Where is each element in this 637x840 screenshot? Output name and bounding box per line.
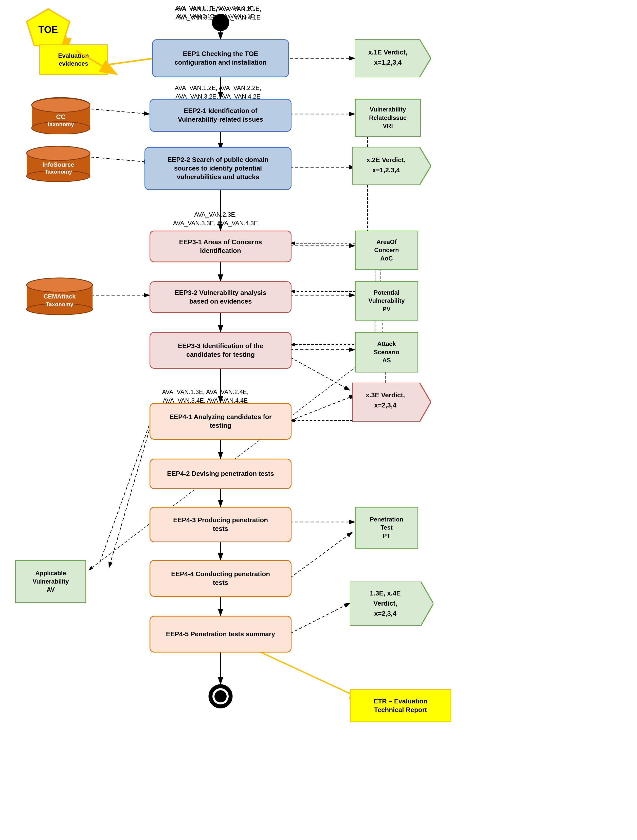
svg-line-31 <box>259 651 362 699</box>
arrows-overlay <box>0 0 637 840</box>
as-box: AttackScenarioAS <box>355 332 418 373</box>
ava-label-3: AVA_VAN.2.3E,AVA_VAN.3.3E, AVA_VAN.4.3E <box>124 210 307 227</box>
svg-marker-47 <box>355 39 431 77</box>
etr-box: ETR – EvaluationTechnical Report <box>350 689 451 722</box>
svg-line-18 <box>91 157 150 162</box>
ava-label-2: AVA_VAN.1.2E, AVA_VAN.2.2E,AVA_VAN.3.2E,… <box>127 84 309 101</box>
svg-text:x=2,3,4: x=2,3,4 <box>374 401 397 409</box>
svg-text:CEMAttack: CEMAttack <box>44 293 76 300</box>
eep4-1-box: EEP4-1 Analyzing candidates fortesting <box>150 403 291 440</box>
svg-point-68 <box>27 278 93 292</box>
eep4-4-box: EEP4-4 Conducting penetrationtests <box>150 560 291 597</box>
svg-line-33 <box>99 421 151 565</box>
svg-text:1.3E, x.4E: 1.3E, x.4E <box>370 589 400 597</box>
verdict-2e: x.2E Verdict, x=1,2,3,4 <box>352 147 431 185</box>
eep2-2-box: EEP2-2 Search of public domainsources to… <box>144 147 291 190</box>
ava-label-4: AVA_VAN.1.3E, AVA_VAN.2.4E,AVA_VAN.3.4E,… <box>109 388 302 405</box>
svg-text:CC: CC <box>56 113 66 121</box>
pt-box: PenetrationTestPT <box>355 507 418 549</box>
ava-label-top: AVA_VAN.1.1E, AVA_VAN.2.1E,AVA_VAN.3.1E,… <box>127 5 309 22</box>
av-box: ApplicableVulnerabilityAV <box>15 560 86 603</box>
pv-box: PotentialVulnerabilityPV <box>355 281 418 321</box>
svg-text:taxonomy: taxonomy <box>47 121 74 128</box>
eep1-box: EEP1 Checking the TOEconfiguration and i… <box>152 39 289 77</box>
end-circle <box>209 684 233 709</box>
svg-line-26 <box>290 357 350 390</box>
svg-line-32 <box>109 421 152 568</box>
verdict-14e: 1.3E, x.4E Verdict, x=2,3,4 <box>350 581 433 626</box>
svg-line-30 <box>290 603 350 633</box>
svg-text:x.3E Verdict,: x.3E Verdict, <box>366 391 405 399</box>
eep4-5-box: EEP4-5 Penetration tests summary <box>150 616 291 652</box>
svg-text:Taxonomy: Taxonomy <box>46 301 74 307</box>
svg-line-29 <box>290 532 352 578</box>
svg-line-17 <box>91 109 150 114</box>
eep4-3-box: EEP4-3 Producing penetrationtests <box>150 507 291 542</box>
svg-marker-62 <box>352 147 431 185</box>
eep3-1-box: EEP3-1 Areas of Concernsidentification <box>150 231 291 262</box>
infosource-taxonomy: InfoSource Taxonomy <box>25 144 91 183</box>
svg-text:Taxonomy: Taxonomy <box>44 169 72 175</box>
svg-text:x.1E Verdict,: x.1E Verdict, <box>368 48 408 56</box>
svg-line-82 <box>76 51 115 74</box>
svg-point-53 <box>32 98 90 112</box>
cc-taxonomy: CC taxonomy <box>30 96 91 135</box>
diagram-container: AVA_VAN.1.1E, AVA_VAN.2.1E,AVA_VAN.3.1E,… <box>0 0 637 840</box>
svg-text:InfoSource: InfoSource <box>42 161 74 168</box>
svg-point-80 <box>215 690 227 703</box>
svg-text:x=1,2,3,4: x=1,2,3,4 <box>372 166 400 174</box>
eep3-2-box: EEP3-2 Vulnerability analysisbased on ev… <box>150 281 291 313</box>
svg-text:x=2,3,4: x=2,3,4 <box>374 609 397 617</box>
eep4-2-box: EEP4-2 Devising penetration tests <box>150 459 291 489</box>
eep3-3-box: EEP3-3 Identification of thecandidates f… <box>150 332 291 369</box>
svg-text:TOE: TOE <box>38 24 58 35</box>
aoc-box: AreaOfConcernAoC <box>355 231 418 270</box>
verdict-1e: x.1E Verdict, x=1,2,3,4 <box>355 39 431 77</box>
svg-point-59 <box>27 146 90 160</box>
verdict-3e: x.3E Verdict, x=2,3,4 <box>352 383 431 422</box>
svg-text:x.2E Verdict,: x.2E Verdict, <box>367 156 406 164</box>
toe-shape: TOE <box>25 8 71 48</box>
vri-box: VulnerabilityRelatedIssueVRI <box>355 99 421 137</box>
svg-text:x=1,2,3,4: x=1,2,3,4 <box>374 58 402 66</box>
svg-text:Verdict,: Verdict, <box>373 600 397 607</box>
eep2-1-box: EEP2-1 Identification ofVulnerability-re… <box>150 99 291 132</box>
cemattack-taxonomy: CEMAttack Taxonomy <box>25 276 94 317</box>
